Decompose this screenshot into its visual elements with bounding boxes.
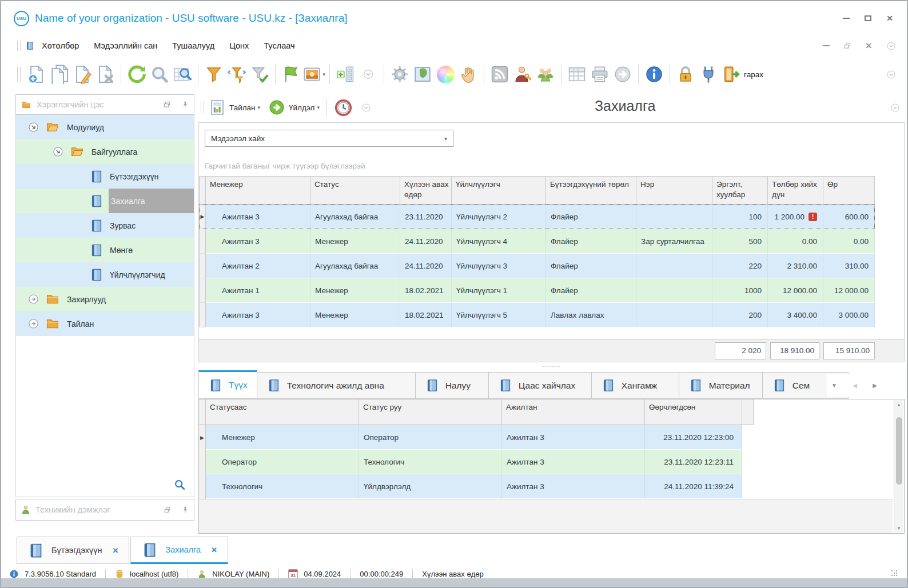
doc-tab-close-icon[interactable]: ✕ [211,546,217,554]
tab-paper-cutting[interactable]: Цаас хайчлах [489,372,592,399]
tree-item-messages[interactable]: Зурвас [16,213,194,238]
table-row[interactable]: Ажилтан 2 Агуулахад байгаа 24.11.2020 Үй… [199,254,875,278]
sidebar-restore-icon[interactable] [163,101,171,109]
table-row[interactable]: ▶ Ажилтан 3 Агуулахад байгаа 23.11.2020 … [199,205,875,229]
tree-item-reports[interactable]: Тайлан [16,311,194,336]
rss-feed-button[interactable] [488,63,511,86]
doc-tab-orders[interactable]: Захиалга ✕ [130,537,228,564]
printer-button[interactable] [588,63,611,86]
user-permissions-button[interactable] [511,63,534,86]
flag-button[interactable] [280,63,302,86]
menu-collapse-icon[interactable] [886,41,897,51]
refresh-button[interactable] [125,63,148,86]
menu-item-commands[interactable]: Тушаалууд [172,41,214,50]
tree-item-directories[interactable]: Захирлууд [16,287,194,311]
exit-button[interactable] [720,63,743,86]
column-header[interactable]: Төлбөр хийх дүн [768,176,823,205]
column-header[interactable]: Статусаас [206,399,359,425]
new-record-button[interactable] [25,63,48,86]
calendar-icon[interactable]: 31 [288,569,298,579]
search-combobox[interactable]: Мэдээлэл хайх ▾ [205,130,453,147]
menu-item-database[interactable]: Мэдээллийн сан [94,41,157,50]
history-scrollbar[interactable]: ▲ ▼ [894,400,903,533]
lock-button[interactable] [674,63,697,86]
scroll-up-icon[interactable]: ▲ [894,400,903,409]
menu-drag-grip[interactable] [17,41,21,51]
doc-tab-products[interactable]: Бүтээгдэхүүн ✕ [17,537,129,564]
tab-scroll-left-icon[interactable]: ◀ [853,382,857,389]
toolbar-collapse-icon[interactable] [357,63,380,86]
column-header[interactable]: Менежер [206,176,310,205]
image-button[interactable]: ▾ [302,63,325,86]
tab-scroll-right-icon[interactable]: ▶ [873,382,877,389]
column-header[interactable]: Бүтээгдэхүүний төрөл [546,176,636,205]
resize-grip[interactable] [891,570,899,578]
scrollbar-thumb[interactable] [896,417,902,485]
tree-item-orders-selected[interactable]: Захиалга [16,189,194,213]
settings-gear-button[interactable] [388,63,411,86]
tab-naluu[interactable]: Налуу [416,372,489,399]
action-caret-icon[interactable]: ▾ [317,105,320,110]
mdi-close-button[interactable]: ✕ [865,42,872,50]
column-header[interactable]: Үйлчлүүлэгч [452,176,546,205]
collapse-node-icon[interactable] [52,146,64,158]
menu-item-window[interactable]: Цонх [229,41,249,50]
tab-history[interactable]: Түүх [198,370,257,399]
toolbar-overflow-icon[interactable] [886,69,897,80]
tab-dropdown-icon[interactable]: ▼ [831,382,837,389]
maximize-button[interactable] [865,15,871,21]
panel-splitter[interactable]: ········ [198,362,905,370]
report-icon[interactable] [209,99,226,116]
tab-material[interactable]: Материал [679,372,763,399]
mdi-minimize-button[interactable] [823,45,830,46]
action-menu-button[interactable]: Үйлдэл [289,103,314,112]
support-restore-icon[interactable] [164,506,171,514]
mdi-restore-button[interactable] [843,42,851,50]
tree-item-organization[interactable]: Байгууллага [16,139,194,164]
search-button[interactable] [148,63,171,86]
column-header[interactable]: Хүлээн авах өдөр [400,176,452,205]
report-caret-icon[interactable]: ▾ [258,105,261,110]
user-icon[interactable] [197,569,206,579]
delete-record-button[interactable] [94,63,117,86]
clock-icon[interactable] [334,98,353,117]
expand-node-icon[interactable] [27,318,39,330]
tree-item-products[interactable]: Бүтээгдэхүүн [16,164,194,189]
search-in-table-button[interactable] [171,63,194,86]
info-icon[interactable] [9,569,19,579]
column-header[interactable]: Статус руу [359,399,502,425]
map-button[interactable] [411,63,434,86]
filter-columns-button[interactable] [225,63,248,86]
table-row[interactable]: Технологич Үйлдвэрлэлд Ажилтан 3 24.11.2… [199,474,904,499]
minimize-button[interactable] [843,18,850,19]
menu-item-program[interactable]: Хөтөлбөр [42,41,79,50]
column-header[interactable]: Эргэлт, хуулбар [712,176,768,205]
doc-tab-close-icon[interactable]: ✕ [112,546,118,555]
column-header[interactable]: Өр [823,176,875,205]
tree-item-money[interactable]: Мөнгө [16,238,194,262]
database-icon[interactable] [115,569,124,579]
table-row[interactable]: Оператор Технологич Ажилтан 3 23.11.2020… [199,450,904,474]
table-row[interactable]: Ажилтан 1 Менежер 18.02.2021 Үйлчлүүлэгч… [199,278,875,303]
exit-button-label[interactable]: гарах [744,70,763,79]
info-button[interactable] [643,63,666,86]
table-row[interactable]: ▶ Менежер Оператор Ажилтан 3 23.11.2020 … [199,425,904,450]
splitter-handle[interactable]: ········ [543,365,561,367]
tab-technologist[interactable]: Технологич ажилд авна [257,372,416,399]
layout-panels-button[interactable] [334,63,357,86]
menu-item-help[interactable]: Туслаач [264,41,294,50]
tree-item-modules[interactable]: Модулиуд [16,115,194,139]
search-dropdown-caret[interactable]: ▾ [444,135,447,142]
column-header[interactable]: Нэр [636,176,712,205]
toolbar-drag-grip[interactable] [17,67,21,82]
title-collapse-icon[interactable] [890,102,901,113]
tree-search-icon[interactable] [173,478,186,491]
column-header[interactable]: Ажилтан [502,399,645,425]
module-collapse-icon[interactable] [361,102,372,113]
column-header[interactable]: Өөрчлөгдсөн [645,399,742,425]
close-button[interactable]: ✕ [886,14,893,22]
report-menu-button[interactable]: Тайлан [229,103,256,112]
color-wheel-button[interactable] [434,63,457,86]
image-dropdown-caret[interactable]: ▾ [322,71,325,77]
copy-record-button[interactable] [48,63,71,86]
